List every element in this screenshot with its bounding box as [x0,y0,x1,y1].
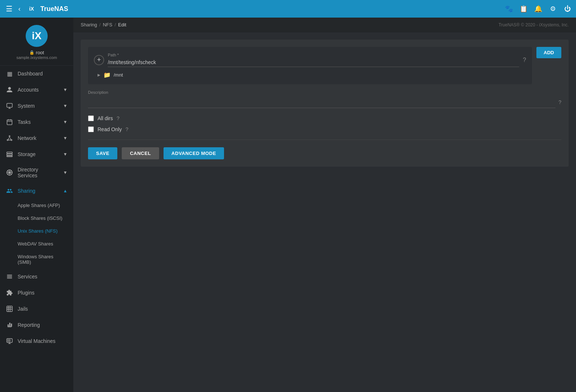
plugins-icon [6,289,13,296]
notifications-icon[interactable]: 🔔 [534,5,542,13]
read-only-row: Read Only ? [88,126,561,132]
app-logo: ☰ ‹ iX TrueNAS [4,2,78,15]
sidebar-label-plugins: Plugins [18,290,34,296]
user-hostname: sample.ixsystems.com [16,55,57,60]
read-only-help-icon[interactable]: ? [125,126,128,132]
user-avatar: iX [26,25,48,47]
action-buttons: SAVE CANCEL ADVANCED MODE [88,147,561,159]
network-chevron: ▼ [63,136,67,141]
description-input[interactable] [88,96,555,106]
sidebar-item-services[interactable]: Services [0,269,73,285]
sidebar: iX 🔒 root sample.ixsystems.com ▦ Dashboa… [0,18,73,392]
svg-rect-19 [8,340,11,342]
cancel-button[interactable]: CANCEL [122,147,159,159]
user-section: iX 🔒 root sample.ixsystems.com [0,18,73,66]
tasks-chevron: ▼ [63,119,67,125]
read-only-label: Read Only [98,126,122,132]
read-only-checkbox[interactable] [88,126,94,132]
app-title: TrueNAS [40,5,68,13]
sidebar-item-reporting[interactable]: Reporting [0,317,73,333]
folder-icon: 📁 [103,71,111,78]
sidebar-label-tasks: Tasks [18,119,31,125]
sidebar-item-jails[interactable]: Jails [0,301,73,317]
description-container: Description [88,96,555,108]
sidebar-label-sharing: Sharing [18,188,35,194]
submenu-item-smb[interactable]: Windows Shares (SMB) [0,250,73,269]
system-icon [6,102,13,110]
sidebar-label-reporting: Reporting [18,322,40,328]
sidebar-label-dashboard: Dashboard [18,71,43,77]
submenu-item-iscsi[interactable]: Block Shares (iSCSI) [0,212,73,225]
path-section: + Path * ? ▶ 📁 /mnt [88,47,532,84]
svg-rect-7 [7,156,12,157]
sidebar-item-dashboard[interactable]: ▦ Dashboard [0,66,73,82]
add-button[interactable]: ADD [536,47,561,58]
breadcrumb-nfs[interactable]: NFS [103,22,112,27]
notes-icon[interactable]: 📋 [520,5,528,13]
directory-services-chevron: ▼ [63,170,67,175]
tasks-icon [6,118,13,126]
sidebar-item-plugins[interactable]: Plugins [0,285,73,301]
logo-icon: iX [25,2,38,15]
back-button[interactable]: ‹ [17,4,22,14]
sidebar-label-jails: Jails [18,306,28,312]
submenu-label-afp: Apple Shares (AFP) [18,203,60,208]
edit-form-card: + Path * ? ▶ 📁 /mnt ADD [81,40,569,167]
accounts-chevron: ▼ [63,87,67,92]
submenu-item-webdav[interactable]: WebDAV Shares [0,237,73,250]
sidebar-label-storage: Storage [18,151,36,157]
dashboard-icon: ▦ [6,70,13,77]
all-dirs-help-icon[interactable]: ? [117,115,120,121]
advanced-mode-button[interactable]: ADVANCED MODE [164,147,224,159]
system-chevron: ▼ [63,103,67,108]
submenu-item-afp[interactable]: Apple Shares (AFP) [0,199,73,212]
tree-toggle[interactable]: ▶ [98,73,100,77]
virtual-machines-icon [6,337,13,345]
sidebar-label-system: System [18,103,35,109]
sidebar-item-network[interactable]: Network ▼ [0,130,73,146]
svg-point-3 [7,140,8,141]
svg-rect-6 [7,154,12,155]
user-name: 🔒 root [29,50,44,55]
path-input-row: + Path * ? [94,53,526,67]
all-dirs-checkbox[interactable] [88,115,94,121]
path-label: Path * [108,53,519,57]
content-area: Sharing / NFS / Edit TrueNAS® © 2020 - i… [73,18,576,392]
path-field-container: Path * [108,53,519,67]
breadcrumb-sharing[interactable]: Sharing [81,22,97,27]
sidebar-item-accounts[interactable]: Accounts ▼ [0,82,73,98]
sidebar-item-sharing[interactable]: Sharing ▲ [0,183,73,199]
svg-rect-5 [7,152,12,154]
hamburger-menu-button[interactable]: ☰ [4,3,14,15]
submenu-label-webdav: WebDAV Shares [18,241,53,247]
settings-icon[interactable]: ⚙ [549,5,557,13]
svg-rect-0 [7,103,12,107]
description-help-icon[interactable]: ? [558,99,561,105]
sidebar-item-virtual-machines[interactable]: Virtual Machines [0,333,73,349]
power-icon[interactable]: ⏻ [564,5,572,13]
storage-chevron: ▼ [63,152,67,157]
logo-container: iX TrueNAS [25,2,68,15]
svg-rect-1 [7,120,12,125]
mascot-icon[interactable]: 🐾 [505,5,513,13]
main-layout: iX 🔒 root sample.ixsystems.com ▦ Dashboa… [0,18,576,392]
sidebar-label-virtual-machines: Virtual Machines [18,338,55,344]
sidebar-label-directory-services: Directory Services [18,167,59,178]
save-button[interactable]: SAVE [88,147,117,159]
svg-point-2 [9,136,10,137]
submenu-item-nfs[interactable]: Unix Shares (NFS) [0,225,73,237]
breadcrumb-sep-2: / [114,22,116,27]
sidebar-item-system[interactable]: System ▼ [0,98,73,114]
add-path-button[interactable]: + [94,55,104,65]
svg-rect-13 [7,306,12,312]
sidebar-label-accounts: Accounts [18,87,39,93]
path-input[interactable] [108,58,519,67]
sidebar-item-storage[interactable]: Storage ▼ [0,146,73,162]
description-label: Description [88,90,108,95]
path-help-icon[interactable]: ? [523,57,526,63]
storage-icon [6,151,13,158]
tree-folder-label: /mnt [114,72,123,78]
sidebar-item-tasks[interactable]: Tasks ▼ [0,114,73,130]
sidebar-item-directory-services[interactable]: Directory Services ▼ [0,162,73,183]
breadcrumb-edit: Edit [118,22,126,27]
